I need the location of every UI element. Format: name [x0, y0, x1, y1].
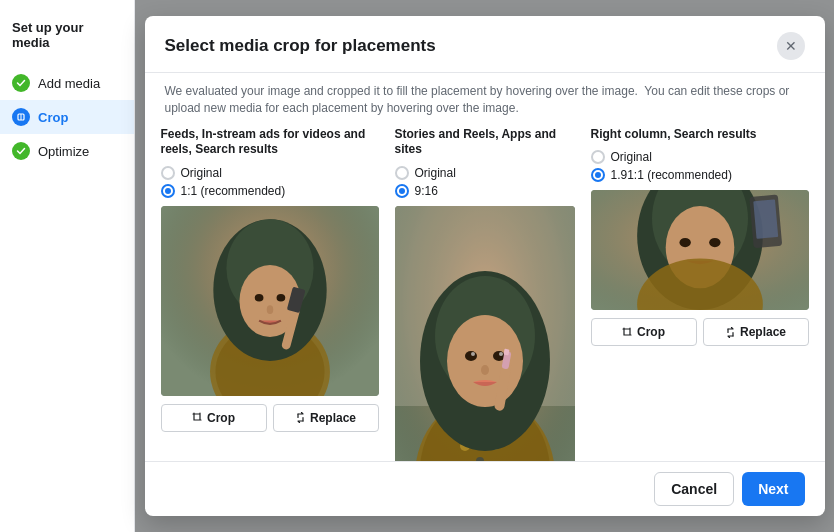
modal-footer: Cancel Next	[145, 461, 825, 516]
sidebar-title: Set up your media	[0, 20, 134, 66]
svg-point-29	[481, 365, 489, 375]
crop-icon	[192, 412, 203, 423]
sidebar-item-crop[interactable]: Crop	[0, 100, 134, 134]
svg-point-9	[254, 294, 263, 302]
right-image-preview	[591, 190, 809, 310]
close-button[interactable]: ✕	[777, 32, 805, 60]
right-action-btns: Crop Replace	[591, 318, 809, 346]
svg-point-39	[709, 238, 720, 247]
radio-right-191x1	[591, 168, 605, 182]
sidebar-label-optimize: Optimize	[38, 144, 89, 159]
modal-body: We evaluated your image and cropped it t…	[145, 73, 825, 516]
right-crop-button[interactable]: Crop	[591, 318, 697, 346]
modal-description: We evaluated your image and cropped it t…	[145, 73, 825, 127]
feeds-replace-button[interactable]: Replace	[273, 404, 379, 432]
feeds-action-btns: Crop Replace	[161, 404, 379, 432]
replace-icon	[295, 412, 306, 423]
svg-point-10	[276, 294, 285, 302]
cancel-button[interactable]: Cancel	[654, 472, 734, 506]
feeds-image-preview	[161, 206, 379, 396]
col-right-option-original[interactable]: Original	[591, 150, 809, 164]
sidebar: Set up your media Add media Crop Optimiz…	[0, 0, 135, 532]
placement-col-stories: Stories and Reels, Apps and sites Origin…	[395, 127, 575, 461]
modal-title: Select media crop for placements	[165, 36, 436, 56]
svg-point-28	[499, 352, 503, 356]
col-right-option-191x1[interactable]: 1.91:1 (recommended)	[591, 168, 809, 182]
modal-header: Select media crop for placements ✕	[145, 16, 825, 73]
modal-content: Feeds, In-stream ads for videos and reel…	[145, 127, 825, 461]
svg-rect-41	[753, 200, 778, 239]
radio-right-original	[591, 150, 605, 164]
svg-point-24	[447, 315, 523, 407]
page-wrapper: Set up your media Add media Crop Optimiz…	[0, 0, 834, 532]
sidebar-label-crop: Crop	[38, 110, 68, 125]
placement-col-feeds: Feeds, In-stream ads for videos and reel…	[161, 127, 379, 449]
placement-col-right: Right column, Search results Original 1.…	[591, 127, 809, 449]
col-right-title: Right column, Search results	[591, 127, 809, 143]
step-icon-optimize	[12, 142, 30, 160]
radio-feeds-original	[161, 166, 175, 180]
col-right-radio-group: Original 1.91:1 (recommended)	[591, 150, 809, 182]
col-feeds-option-original[interactable]: Original	[161, 166, 379, 180]
radio-feeds-1x1	[161, 184, 175, 198]
step-icon-crop	[12, 108, 30, 126]
col-stories-option-original[interactable]: Original	[395, 166, 575, 180]
sidebar-item-optimize[interactable]: Optimize	[0, 134, 134, 168]
modal-overlay: Select media crop for placements ✕ We ev…	[135, 0, 834, 532]
sidebar-label-add-media: Add media	[38, 76, 100, 91]
col-feeds-radio-group: Original 1:1 (recommended)	[161, 166, 379, 198]
col-feeds-option-1x1[interactable]: 1:1 (recommended)	[161, 184, 379, 198]
col-stories-radio-group: Original 9:16	[395, 166, 575, 198]
radio-stories-original	[395, 166, 409, 180]
svg-point-11	[266, 305, 273, 314]
next-button[interactable]: Next	[742, 472, 804, 506]
sidebar-item-add-media[interactable]: Add media	[0, 66, 134, 100]
right-replace-button[interactable]: Replace	[703, 318, 809, 346]
svg-point-38	[679, 238, 690, 247]
col-stories-title: Stories and Reels, Apps and sites	[395, 127, 575, 158]
feeds-crop-button[interactable]: Crop	[161, 404, 267, 432]
svg-rect-32	[503, 348, 509, 355]
right-replace-icon	[725, 327, 736, 338]
col-stories-option-9x16[interactable]: 9:16	[395, 184, 575, 198]
radio-stories-9x16	[395, 184, 409, 198]
step-icon-add-media	[12, 74, 30, 92]
right-crop-icon	[622, 327, 633, 338]
svg-point-27	[471, 352, 475, 356]
modal-dialog: Select media crop for placements ✕ We ev…	[145, 16, 825, 516]
stories-image-preview	[395, 206, 575, 461]
svg-point-25	[465, 351, 477, 361]
col-feeds-title: Feeds, In-stream ads for videos and reel…	[161, 127, 379, 158]
